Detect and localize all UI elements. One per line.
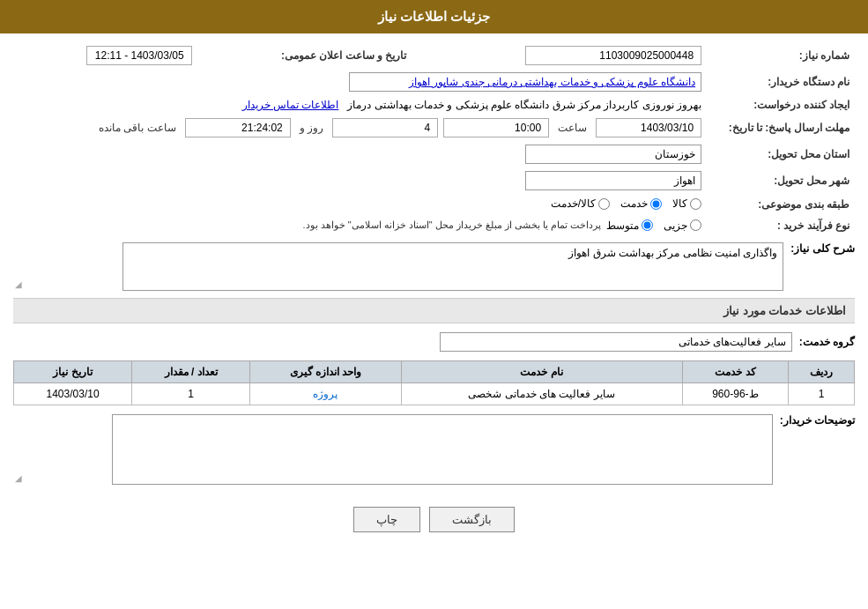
org-name-box[interactable]: دانشگاه علوم پزشکی و خدمات بهداشتی درمان… bbox=[349, 72, 701, 92]
radio-kala-label: کالا bbox=[672, 197, 687, 210]
org-name-label: نام دستگاه خریدار: bbox=[707, 69, 855, 95]
deadline-flex: 1403/03/10 ساعت 10:00 4 روز و 21:24:02 س… bbox=[19, 118, 701, 137]
need-number-value: 1103009025000448 bbox=[412, 42, 707, 69]
radio-kala-khedmat-input[interactable] bbox=[598, 198, 610, 210]
city-box: اهواز bbox=[525, 171, 701, 190]
radio-jozi-label: جزیی bbox=[664, 219, 687, 232]
radio-mottavas-input[interactable] bbox=[642, 219, 653, 231]
announce-date-value: 1403/03/05 - 12:11 bbox=[13, 42, 197, 69]
province-row: استان محل تحویل: خوزستان bbox=[13, 141, 855, 167]
purchase-type-label: نوع فرآیند خرید : bbox=[707, 216, 855, 235]
buyer-notes-value bbox=[112, 414, 773, 485]
creator-row: ایجاد کننده درخواست: بهروز نوروزی کاربرد… bbox=[13, 95, 855, 115]
service-group-label: گروه خدمت: bbox=[799, 336, 855, 348]
province-value: خوزستان bbox=[13, 141, 707, 167]
time-label: ساعت bbox=[558, 122, 587, 134]
need-number-row: شماره نیاز: 1103009025000448 تاریخ و ساع… bbox=[13, 42, 855, 69]
need-desc-wrapper: واگذاری امنیت نظامی مرکز بهداشت شرق اهوا… bbox=[13, 242, 783, 291]
radio-jozi[interactable]: جزیی bbox=[664, 219, 701, 232]
deadline-days: 4 bbox=[332, 118, 438, 137]
city-value: اهواز bbox=[13, 167, 707, 194]
need-number-label: شماره نیاز: bbox=[707, 42, 855, 69]
cell-quantity: 1 bbox=[132, 382, 250, 405]
services-table: ردیف کد خدمت نام خدمت واحد اندازه گیری ت… bbox=[13, 360, 855, 405]
cell-service-name: سایر فعالیت های خدماتی شخصی bbox=[401, 382, 682, 405]
deadline-label: مهلت ارسال پاسخ: تا تاریخ: bbox=[707, 115, 855, 141]
radio-khedmat-input[interactable] bbox=[650, 198, 662, 210]
radio-kala-khedmat[interactable]: کالا/خدمت bbox=[551, 197, 610, 210]
announce-date-label: تاریخ و ساعت اعلان عمومی: bbox=[197, 42, 412, 69]
print-button[interactable]: چاپ bbox=[353, 507, 420, 532]
cell-unit: پروژه bbox=[250, 382, 402, 405]
purchase-note: پرداخت تمام یا بخشی از مبلغ خریداز محل "… bbox=[303, 219, 602, 231]
remain-label: روز و bbox=[300, 122, 323, 134]
page-title: جزئیات اطلاعات نیاز bbox=[378, 9, 490, 24]
col-row-num: ردیف bbox=[789, 360, 855, 382]
main-content: شماره نیاز: 1103009025000448 تاریخ و ساع… bbox=[0, 33, 868, 554]
cell-row-num: 1 bbox=[789, 382, 855, 405]
page-header: جزئیات اطلاعات نیاز bbox=[0, 0, 868, 33]
buyer-notes-section: توضیحات خریدار: ◢ bbox=[13, 414, 855, 485]
deadline-time: 10:00 bbox=[443, 118, 549, 137]
radio-mottavas[interactable]: متوسط bbox=[606, 219, 653, 232]
deadline-row: مهلت ارسال پاسخ: تا تاریخ: 1403/03/10 سا… bbox=[13, 115, 855, 141]
radio-kala-khedmat-label: کالا/خدمت bbox=[551, 197, 596, 210]
purchase-radio-group: جزیی متوسط bbox=[606, 219, 701, 232]
services-section-title: اطلاعات خدمات مورد نیاز bbox=[13, 298, 855, 323]
deadline-remain-time: 21:24:02 bbox=[185, 118, 291, 137]
category-radio-group: کالا خدمت کالا/خدمت bbox=[551, 197, 701, 210]
creator-label: ایجاد کننده درخواست: bbox=[707, 95, 855, 115]
col-unit: واحد اندازه گیری bbox=[250, 360, 402, 382]
need-desc-section: شرح کلی نیاز: واگذاری امنیت نظامی مرکز ب… bbox=[13, 242, 855, 291]
creator-text: بهروز نوروزی کاربرداز مرکز شرق دانشگاه ع… bbox=[347, 99, 701, 111]
contact-link[interactable]: اطلاعات تماس خریدار bbox=[242, 99, 339, 111]
radio-khedmat[interactable]: خدمت bbox=[620, 197, 662, 210]
province-label: استان محل تحویل: bbox=[707, 141, 855, 167]
need-number-box: 1103009025000448 bbox=[525, 46, 701, 65]
province-box: خوزستان bbox=[525, 145, 701, 164]
info-table: شماره نیاز: 1103009025000448 تاریخ و ساع… bbox=[13, 42, 855, 235]
radio-kala[interactable]: کالا bbox=[672, 197, 701, 210]
resize-icon-notes: ◢ bbox=[15, 473, 22, 483]
cell-need-date: 1403/03/10 bbox=[14, 382, 132, 405]
cell-service-code: ط-96-960 bbox=[682, 382, 789, 405]
page-wrapper: جزئیات اطلاعات نیاز شماره نیاز: 11030090… bbox=[0, 0, 868, 609]
need-desc-label: شرح کلی نیاز: bbox=[790, 242, 855, 255]
resize-icon: ◢ bbox=[15, 279, 22, 289]
col-date: تاریخ نیاز bbox=[14, 360, 132, 382]
service-group-value: سایر فعالیت‌های خدماتی bbox=[440, 332, 792, 352]
category-row: طبقه بندی موضوعی: کالا خدمت bbox=[13, 194, 855, 216]
deadline-value: 1403/03/10 ساعت 10:00 4 روز و 21:24:02 س… bbox=[13, 115, 707, 141]
deadline-date: 1403/03/10 bbox=[596, 118, 701, 137]
creator-value: بهروز نوروزی کاربرداز مرکز شرق دانشگاه ع… bbox=[13, 95, 707, 115]
return-button[interactable]: بازگشت bbox=[429, 507, 515, 532]
purchase-type-value: جزیی متوسط پرداخت تمام یا بخشی از مبلغ خ… bbox=[13, 216, 707, 235]
need-desc-value: واگذاری امنیت نظامی مرکز بهداشت شرق اهوا… bbox=[122, 242, 783, 291]
table-header-row: ردیف کد خدمت نام خدمت واحد اندازه گیری ت… bbox=[14, 360, 855, 382]
city-label: شهر محل تحویل: bbox=[707, 167, 855, 194]
purchase-type-row: نوع فرآیند خرید : جزیی متوسط bbox=[13, 216, 855, 235]
category-options: کالا خدمت کالا/خدمت bbox=[13, 194, 707, 216]
col-service-code: کد خدمت bbox=[682, 360, 789, 382]
button-bar: بازگشت چاپ bbox=[13, 494, 855, 546]
buyer-notes-label: توضیحات خریدار: bbox=[780, 414, 855, 427]
org-name-value: دانشگاه علوم پزشکی و خدمات بهداشتی درمان… bbox=[13, 69, 707, 95]
remain-suffix: ساعت باقی مانده bbox=[99, 122, 176, 134]
table-row: 1 ط-96-960 سایر فعالیت های خدماتی شخصی پ… bbox=[14, 382, 855, 405]
radio-jozi-input[interactable] bbox=[690, 219, 701, 231]
radio-khedmat-label: خدمت bbox=[620, 197, 648, 210]
radio-mottavas-label: متوسط bbox=[606, 219, 639, 232]
announce-date-box: 1403/03/05 - 12:11 bbox=[86, 46, 192, 65]
radio-kala-input[interactable] bbox=[690, 198, 701, 210]
col-service-name: نام خدمت bbox=[401, 360, 682, 382]
service-group-row: گروه خدمت: سایر فعالیت‌های خدماتی bbox=[13, 329, 855, 355]
buyer-notes-wrapper: ◢ bbox=[13, 414, 773, 485]
org-name-row: نام دستگاه خریدار: دانشگاه علوم پزشکی و … bbox=[13, 69, 855, 95]
category-label: طبقه بندی موضوعی: bbox=[707, 194, 855, 216]
city-row: شهر محل تحویل: اهواز bbox=[13, 167, 855, 194]
purchase-flex: جزیی متوسط پرداخت تمام یا بخشی از مبلغ خ… bbox=[19, 219, 701, 232]
col-quantity: تعداد / مقدار bbox=[132, 360, 250, 382]
